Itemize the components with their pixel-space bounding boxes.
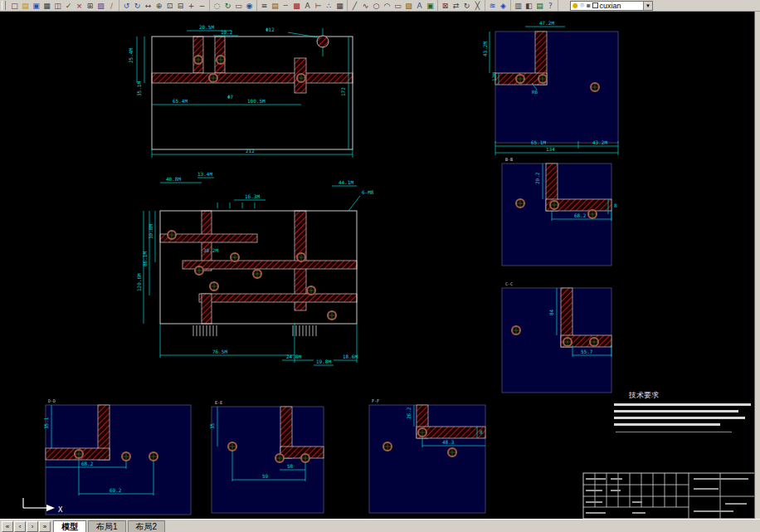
layer-dropdown[interactable]: ●☼▪ cuxian ▼: [570, 1, 653, 11]
layer-freeze-icon: ☼: [579, 2, 585, 10]
dim-label: 55.7: [581, 349, 593, 354]
dim-label: 35.1: [43, 417, 49, 429]
zoom-in-icon: +: [186, 1, 197, 11]
tab-layout1[interactable]: 布局1: [88, 520, 126, 532]
dim-label: 134: [546, 146, 555, 152]
dim-label: 18.6M: [343, 354, 358, 359]
tab-scroll-0[interactable]: «: [2, 521, 13, 532]
match-properties-button[interactable]: ∕: [106, 0, 117, 11]
tab-layout2[interactable]: 布局2: [128, 520, 166, 532]
tab-model[interactable]: 模型: [53, 520, 86, 532]
text-bar: [614, 423, 720, 426]
redo-button[interactable]: ↻: [132, 0, 143, 11]
paste-button[interactable]: ▨: [95, 0, 106, 11]
open-button[interactable]: ▤: [20, 0, 31, 11]
circle-button[interactable]: ○: [371, 0, 382, 11]
spelling-icon: ✓: [63, 1, 74, 11]
dim-label: 68.2: [574, 212, 587, 218]
hatch-button[interactable]: ▨: [403, 0, 414, 11]
zoom-in-button[interactable]: +: [186, 0, 197, 11]
hatch-band: [183, 261, 357, 269]
layers-button[interactable]: ≡: [259, 0, 270, 11]
dim-style-button[interactable]: ⊢: [313, 0, 324, 11]
hatched-hole: [317, 36, 329, 47]
properties-button[interactable]: ▥: [513, 0, 524, 11]
layer-properties-button[interactable]: ▤: [270, 0, 280, 11]
dim-label: 86.1M: [142, 251, 148, 266]
rectangle-button[interactable]: ▭: [392, 0, 403, 11]
text-bar: [725, 478, 748, 480]
mtext-button[interactable]: A: [414, 0, 425, 11]
tab-scroll-2[interactable]: ›: [27, 521, 38, 532]
rotate-button[interactable]: ↻: [461, 0, 472, 11]
undo-icon: ↺: [121, 1, 132, 11]
erase-button[interactable]: ⊠: [440, 0, 451, 11]
zoom-previous-button[interactable]: ⊟: [175, 0, 186, 11]
dim-label: 8: [614, 203, 617, 208]
dim-label: C-C: [505, 281, 513, 286]
toolbar-group: ◌↻▭◉: [210, 0, 257, 11]
zoom-realtime-button[interactable]: ⊕: [153, 0, 164, 11]
osnap-button[interactable]: ◈: [498, 0, 509, 11]
pan-icon: ↔: [143, 1, 153, 11]
polyline-button[interactable]: ∿: [360, 0, 371, 11]
zoom-out-button[interactable]: −: [197, 0, 207, 11]
dim-label: 69.2: [110, 487, 122, 493]
dim-label: B-B: [505, 157, 513, 162]
spline-button[interactable]: ≋: [487, 0, 498, 11]
spelling-button[interactable]: ✓: [63, 0, 74, 11]
move-button[interactable]: ⇄: [451, 0, 461, 11]
help-button[interactable]: ?: [545, 0, 556, 11]
arc-button[interactable]: ◠: [382, 0, 392, 11]
text-style-button[interactable]: A: [302, 0, 313, 11]
dim-label: D-D: [48, 398, 56, 403]
dim-label: 212: [246, 148, 255, 154]
color-button[interactable]: ▩: [291, 0, 302, 11]
text-bar: [632, 512, 646, 514]
zoom-window-button[interactable]: ⊡: [164, 0, 175, 11]
help-icon: ?: [545, 1, 556, 11]
dropdown-arrow-icon[interactable]: ▼: [643, 2, 652, 10]
toolbar-grip[interactable]: [2, 1, 6, 10]
3d-orbit-button[interactable]: ◉: [244, 0, 255, 11]
dim-label: 10.2: [221, 29, 233, 35]
hatch-band: [202, 294, 212, 324]
new-button[interactable]: □: [9, 0, 20, 11]
cut-button[interactable]: ×: [74, 0, 85, 11]
linetype-button[interactable]: ╌: [280, 0, 291, 11]
point-style-button[interactable]: ∴: [324, 0, 334, 11]
tab-scroll-3[interactable]: »: [39, 521, 51, 532]
dim-style-icon: ⊢: [313, 1, 324, 11]
trim-button[interactable]: ╳: [472, 0, 483, 11]
toolbar-group: ╱∿○◠▭▨A▣: [348, 0, 438, 11]
drawing-entities: 20.5M10.2Φ1225.4M35.1M65.4M100.5MΦ717221…: [43, 20, 755, 519]
drawing-svg: 20.5M10.2Φ1225.4M35.1M65.4M100.5MΦ717221…: [0, 12, 760, 519]
osnap-icon: ◈: [498, 1, 509, 11]
regen-button[interactable]: ↻: [222, 0, 233, 11]
named-views-button[interactable]: ▭: [233, 0, 244, 11]
tool-palettes-button[interactable]: ▤: [534, 0, 545, 11]
drawing-canvas[interactable]: 20.5M10.2Φ1225.4M35.1M65.4M100.5MΦ717221…: [0, 12, 760, 519]
layer-properties-icon: ▤: [270, 1, 280, 11]
print-button[interactable]: ▦: [41, 0, 52, 11]
save-button[interactable]: ▣: [31, 0, 41, 11]
insert-block-button[interactable]: ▣: [425, 0, 436, 11]
open-icon: ▤: [20, 1, 31, 11]
print-preview-button[interactable]: ◫: [52, 0, 63, 11]
design-center-button[interactable]: ◧: [524, 0, 534, 11]
copy-button[interactable]: ⊞: [85, 0, 95, 11]
redraw-button[interactable]: ◌: [212, 0, 222, 11]
toolbars-icon: ▦: [334, 1, 345, 11]
line-button[interactable]: ╱: [349, 0, 360, 11]
copy-icon: ⊞: [85, 1, 95, 11]
text-bar: [725, 503, 747, 505]
match-properties-icon: ∕: [106, 1, 117, 11]
undo-button[interactable]: ↺: [121, 0, 132, 11]
tab-scroll-1[interactable]: ‹: [14, 521, 26, 532]
pan-button[interactable]: ↔: [143, 0, 153, 11]
toolbar: □▤▣▦◫✓×⊞▨∕↺↻↔⊕⊡⊟+−◌↻▭◉≡▤╌▩A⊢∴▦╱∿○◠▭▨A▣⊠⇄…: [0, 0, 760, 12]
dim-label: 30.8M: [148, 224, 153, 239]
regen-icon: ↻: [222, 1, 233, 11]
dim-label: 59: [262, 473, 269, 479]
toolbars-button[interactable]: ▦: [334, 0, 345, 11]
